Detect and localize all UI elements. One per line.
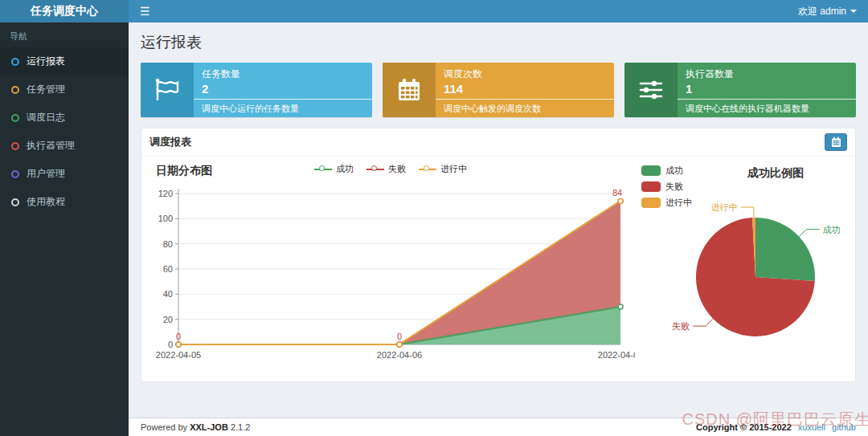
stat-card-value: 1	[686, 82, 848, 96]
svg-text:2022-04-07: 2022-04-07	[598, 350, 635, 360]
pie-legend-marker	[641, 198, 661, 208]
svg-text:100: 100	[158, 214, 173, 223]
pie-legend-marker	[641, 165, 661, 176]
sidebar-item-run-report[interactable]: 运行报表	[0, 47, 129, 75]
stat-card-body: 任务数量 2 调度中心运行的任务数量	[194, 63, 372, 117]
sidebar-item-label: 执行器管理	[27, 139, 75, 153]
product-version: 2.1.2	[228, 422, 251, 432]
circle-icon	[11, 170, 19, 178]
welcome-text: 欢迎 admin	[798, 5, 846, 18]
top-header: 任务调度中心 ☰ 欢迎 admin	[0, 0, 868, 22]
pie-chart-canvas: 成功失败进行中	[635, 182, 868, 371]
panel-header: 调度报表	[141, 128, 855, 157]
panel-body: 日期分布图 成功 失败 进行中 02040608	[141, 157, 855, 381]
caret-down-icon	[850, 10, 857, 13]
svg-text:20: 20	[163, 315, 173, 324]
legend-item-running[interactable]: 进行中	[419, 163, 467, 175]
svg-text:40: 40	[163, 289, 173, 299]
legend-label: 进行中	[440, 163, 467, 175]
legend-label: 成功	[665, 165, 683, 177]
svg-text:60: 60	[163, 264, 173, 274]
legend-label: 进行中	[665, 197, 692, 209]
svg-text:120: 120	[158, 189, 173, 198]
stat-card-value: 2	[202, 82, 364, 96]
circle-icon	[11, 86, 19, 94]
line-legend-marker	[419, 169, 436, 170]
sidebar-item-executor-manage[interactable]: 执行器管理	[0, 132, 129, 160]
page-title: 运行报表	[141, 32, 856, 53]
stat-card-body: 调度次数 114 调度中心触发的调度次数	[436, 63, 614, 117]
github-link[interactable]: github	[832, 422, 856, 432]
svg-text:成功: 成功	[823, 225, 841, 234]
sidebar-item-label: 任务管理	[27, 83, 65, 96]
xuxueli-link[interactable]: xuxueli	[798, 422, 825, 432]
copyright-text: Copyright © 2015-2022	[696, 422, 792, 432]
success-ratio-chart: 成功 失败 进行中 成功比例图 成功失败进行中	[635, 161, 868, 373]
sidebar-item-tutorial[interactable]: 使用教程	[0, 188, 129, 216]
powered-by: Powered by XXL-JOB 2.1.2	[141, 422, 250, 432]
line-chart-canvas: 0204060801001202022-04-052022-04-062022-…	[146, 184, 635, 370]
app-logo[interactable]: 任务调度中心	[0, 0, 129, 22]
stat-card-executors: 执行器数量 1 调度中心在线的执行器机器数量	[624, 63, 856, 117]
legend-item-fail[interactable]: 失败	[366, 163, 406, 175]
sliders-icon	[624, 63, 678, 117]
circle-icon	[11, 142, 19, 150]
stat-card-title: 任务数量	[202, 67, 364, 81]
main-content: 运行报表 任务数量 2 调度中心运行的任务数量 调度次数 114 调度中心触发的…	[129, 22, 868, 418]
circle-icon	[11, 114, 19, 122]
svg-text:80: 80	[163, 239, 173, 249]
sidebar-nav-label: 导航	[0, 22, 129, 47]
sidebar-item-job-manage[interactable]: 任务管理	[0, 75, 129, 104]
date-range-button[interactable]	[825, 133, 847, 151]
stat-card-title: 调度次数	[444, 67, 606, 81]
sidebar-item-label: 用户管理	[27, 167, 65, 181]
legend-label: 成功	[336, 163, 354, 175]
stat-card-desc: 调度中心在线的执行器机器数量	[686, 100, 848, 115]
sidebar-toggle-icon[interactable]: ☰	[129, 0, 162, 22]
legend-item-running[interactable]: 进行中	[641, 197, 692, 209]
stat-card-desc: 调度中心运行的任务数量	[202, 100, 364, 115]
stat-card-jobs: 任务数量 2 调度中心运行的任务数量	[141, 63, 372, 117]
sidebar-item-label: 运行报表	[27, 55, 65, 68]
pie-chart-legend: 成功 失败 进行中	[641, 165, 692, 209]
powered-prefix: Powered by	[141, 422, 190, 432]
stat-card-body: 执行器数量 1 调度中心在线的执行器机器数量	[678, 63, 856, 117]
svg-text:失败: 失败	[672, 321, 690, 331]
line-legend-marker	[314, 169, 332, 170]
date-distribution-chart: 日期分布图 成功 失败 进行中 02040608	[146, 161, 635, 373]
product-name: XXL-JOB	[190, 422, 228, 432]
line-legend-marker	[366, 169, 384, 170]
sidebar-item-label: 使用教程	[27, 195, 65, 209]
sidebar-item-job-log[interactable]: 调度日志	[0, 104, 129, 132]
footer-right: Copyright © 2015-2022 xuxueli github	[696, 422, 856, 432]
stat-cards-row: 任务数量 2 调度中心运行的任务数量 调度次数 114 调度中心触发的调度次数	[141, 63, 856, 117]
calendar-icon	[383, 63, 436, 117]
pie-legend-marker	[641, 181, 661, 192]
stat-card-value: 114	[444, 82, 606, 96]
legend-item-success[interactable]: 成功	[641, 165, 692, 177]
legend-item-success[interactable]: 成功	[314, 163, 354, 175]
legend-label: 失败	[665, 181, 683, 193]
svg-text:2022-04-05: 2022-04-05	[156, 350, 201, 360]
line-chart-title: 日期分布图	[156, 164, 212, 178]
sidebar-item-label: 调度日志	[27, 111, 65, 124]
circle-icon	[11, 58, 19, 66]
svg-text:0: 0	[168, 340, 173, 349]
sidebar-item-user-manage[interactable]: 用户管理	[0, 160, 129, 188]
panel-title: 调度报表	[149, 135, 191, 149]
top-navbar: ☰ 欢迎 admin	[129, 0, 868, 22]
stat-card-triggers: 调度次数 114 调度中心触发的调度次数	[383, 63, 614, 117]
legend-item-fail[interactable]: 失败	[641, 181, 692, 193]
svg-text:0: 0	[176, 332, 181, 341]
flag-icon	[141, 63, 194, 117]
svg-text:2022-04-06: 2022-04-06	[377, 350, 422, 360]
svg-text:进行中: 进行中	[711, 202, 738, 212]
sidebar: 导航 运行报表 任务管理 调度日志 执行器管理 用户管理 使用教程	[0, 22, 129, 436]
stat-card-desc: 调度中心触发的调度次数	[444, 100, 606, 115]
user-menu[interactable]: 欢迎 admin	[787, 5, 868, 18]
schedule-report-panel: 调度报表 日期分布图 成功 失败	[141, 128, 856, 382]
stat-card-title: 执行器数量	[686, 67, 848, 81]
svg-text:0: 0	[397, 332, 402, 341]
calendar-icon	[831, 137, 841, 148]
svg-text:84: 84	[612, 188, 622, 198]
